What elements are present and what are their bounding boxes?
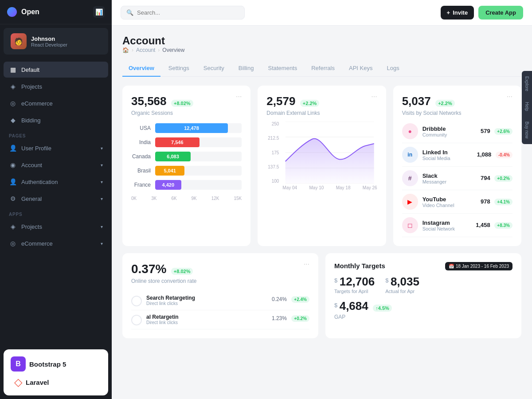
sidebar-item-bidding[interactable]: ◆ Bidding (4, 112, 108, 128)
bar-fill-usa: 12,478 (155, 123, 228, 133)
gap-value: 4,684 (340, 299, 368, 313)
retarget-item-social: al Retargetin Direct link clicks 1.23% +… (131, 310, 309, 329)
sidebar-item-general[interactable]: ⚙ General ▾ (4, 191, 108, 207)
sidebar-item-label: Projects (21, 223, 42, 230)
monthly-targets-card: Monthly Targets 📅 18 Jan 2023 - 16 Feb 2… (325, 253, 521, 338)
chevron-down-icon: ▾ (101, 163, 103, 168)
bar-fill-india: 7,546 (155, 137, 200, 147)
auth-icon: 👤 (9, 178, 17, 186)
date-range-badge: 📅 18 Jan 2023 - 16 Feb 2023 (445, 262, 512, 270)
page-title: Account (122, 35, 184, 47)
bar-row-canada: Canada 6,083 (131, 152, 242, 161)
bootstrap-logo: B (11, 356, 26, 372)
conversion-card: ··· 0.37% +8.02% Online store convertion… (122, 253, 318, 338)
social-item-linkedin: in Linked In Social Media 1,088 -0.4% (402, 143, 512, 167)
more-menu-icon[interactable]: ··· (236, 93, 242, 101)
sidebar-item-ecommerce[interactable]: ◎ eCommerce (4, 95, 108, 111)
more-menu-icon[interactable]: ··· (507, 93, 512, 101)
user-card[interactable]: 🧑 Johnson React Developer (4, 28, 108, 55)
pages-section-label: PAGES (4, 129, 108, 140)
domain-badge: +2.2% (300, 100, 320, 107)
search-icon: 🔍 (126, 9, 133, 16)
invite-label: Invite (453, 9, 468, 16)
bar-fill-france: 4,420 (155, 180, 181, 190)
retarget-item-search: Search Retargeting Direct link clicks 0.… (131, 291, 309, 310)
account-icon: ◉ (9, 161, 17, 169)
monthly-targets: $ 12,706 Targets for April (334, 275, 375, 294)
search-box[interactable]: 🔍 (121, 6, 245, 20)
search-input[interactable] (137, 9, 239, 16)
date-range: 18 Jan 2023 - 16 Feb 2023 (456, 264, 509, 269)
home-icon[interactable]: 🏠 (122, 47, 129, 53)
sidebar-item-account[interactable]: ◉ Account ▾ (4, 157, 108, 173)
sidebar-item-label: General (21, 196, 42, 202)
actual-label: Actual for Apr (385, 289, 419, 294)
tab-security[interactable]: Security (197, 60, 231, 77)
explore-button[interactable]: Explore (522, 71, 532, 97)
apps-section-label: APPS (4, 207, 108, 219)
buy-now-button[interactable]: Buy now (522, 116, 532, 144)
topbar-right: + Invite Create App (441, 6, 523, 20)
create-app-button[interactable]: Create App (478, 6, 523, 20)
sidebar-item-label: Account (21, 162, 42, 168)
retargeting-list: Search Retargeting Direct link clicks 0.… (131, 291, 309, 329)
chart-icon[interactable]: 📊 (93, 6, 105, 18)
sidebar-item-label: eCommerce (21, 100, 53, 107)
projects-icon: ◈ (9, 82, 17, 90)
bar-chart: USA 12,478 India 7,546 Canada (131, 123, 242, 203)
sidebar-item-user-profile[interactable]: 👤 User Profile ▾ (4, 140, 108, 156)
youtube-icon: ▶ (402, 194, 418, 210)
actual-value: 8,035 (391, 275, 419, 288)
plus-icon: + (447, 9, 450, 16)
app-name: Open (21, 8, 39, 16)
more-menu-icon[interactable]: ··· (304, 260, 309, 268)
logo-icon (7, 7, 17, 17)
bar-fill-canada: 6,083 (155, 152, 191, 161)
help-button[interactable]: Help (522, 97, 532, 117)
social-item-instagram: ◻ Instagram Social Network 1,458 +8.3% (402, 214, 512, 237)
monthly-actual: $ 8,035 Actual for Apr (385, 275, 419, 294)
conv-badge: +8.02% (171, 268, 193, 275)
sidebar-item-projects[interactable]: ◈ Projects (4, 78, 108, 94)
sidebar-item-authentication[interactable]: 👤 Authentication ▾ (4, 174, 108, 190)
bar-fill-brasil: 5,041 (155, 166, 184, 176)
bar-row-france: France 4,420 (131, 180, 242, 190)
laravel-logo-icon: ◇ (14, 376, 22, 388)
social-value: 5,037 (402, 94, 431, 108)
conv-label: Online store convertion rate (131, 278, 309, 284)
tab-overview[interactable]: Overview (122, 60, 160, 77)
sidebar-item-ecommerce-app[interactable]: ◎ eCommerce ▾ (4, 235, 108, 251)
x-axis: May 04 May 10 May 18 May 26 (266, 185, 377, 190)
tab-statements[interactable]: Statements (262, 60, 303, 77)
bar-row-brasil: Brasil 5,041 (131, 166, 242, 176)
sidebar-item-projects-app[interactable]: ◈ Projects ▾ (4, 219, 108, 235)
organic-sessions-card: ··· 35,568 +8.02% Organic Sessions USA 1… (122, 86, 250, 246)
chevron-down-icon: ▾ (101, 146, 103, 151)
social-label: Visits by Social Networks (402, 110, 512, 116)
breadcrumb-current: Overview (162, 47, 184, 53)
tab-settings[interactable]: Settings (162, 60, 196, 77)
invite-button[interactable]: + Invite (441, 6, 474, 20)
tab-logs[interactable]: Logs (380, 60, 405, 77)
tab-api-keys[interactable]: API Keys (343, 60, 379, 77)
grid-icon: ▦ (9, 66, 17, 74)
bootstrap-label: Bootstrap 5 (29, 360, 66, 368)
slack-icon: # (402, 170, 418, 186)
sidebar-item-label: Projects (21, 83, 42, 90)
tab-billing[interactable]: Billing (232, 60, 260, 77)
social-item-slack: # Slack Messanger 794 +0.2% (402, 167, 512, 190)
user-name: Johnson (31, 35, 67, 42)
ecommerce-app-icon: ◎ (9, 239, 17, 247)
sidebar-navigation: ▦ Default ◈ Projects ◎ eCommerce ◆ Biddi… (0, 58, 112, 346)
sidebar-item-default[interactable]: ▦ Default (4, 62, 108, 78)
retarget-circle-icon (131, 296, 142, 306)
tab-referrals[interactable]: Referrals (305, 60, 341, 77)
breadcrumb-sep2: › (158, 47, 160, 53)
breadcrumb-account[interactable]: Account (136, 47, 155, 53)
promo-card: B Bootstrap 5 ◇ Laravel (4, 349, 108, 395)
bottom-row: ··· 0.37% +8.02% Online store convertion… (122, 253, 521, 338)
side-buttons: Explore Help Buy now (522, 71, 532, 144)
chevron-down-icon: ▾ (101, 224, 103, 229)
more-menu-icon[interactable]: ··· (371, 93, 377, 101)
bidding-icon: ◆ (9, 116, 17, 124)
